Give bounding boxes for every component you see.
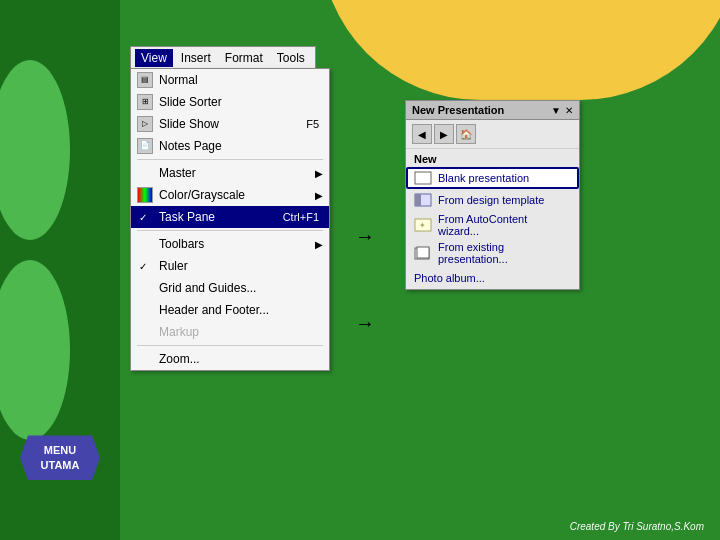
color-grayscale-arrow-icon: ▶ [315, 190, 323, 201]
panel-item-autocontent[interactable]: ✦ From AutoContent wizard... [406, 211, 579, 239]
autocontent-wizard-label: From AutoContent wizard... [438, 213, 571, 237]
normal-icon: ▤ [137, 72, 153, 88]
background-arc [320, 0, 720, 100]
menu-item-slide-sorter[interactable]: ⊞ Slide Sorter [131, 91, 329, 113]
panel-title: New Presentation [412, 104, 504, 116]
task-pane-check-icon: ✓ [139, 212, 147, 223]
menu-utama-badge[interactable]: MENU UTAMA [20, 435, 100, 480]
panel-close-icon[interactable]: ✕ [565, 105, 573, 116]
existing-presentation-label: From existing presentation... [438, 241, 571, 265]
menu-view[interactable]: View [135, 49, 173, 67]
toolbars-arrow-icon: ▶ [315, 239, 323, 250]
menu-item-markup: Markup [131, 321, 329, 343]
menu-item-color-grayscale[interactable]: Color/Grayscale ▶ [131, 184, 329, 206]
photo-album-label: Photo album... [414, 272, 485, 284]
menu-item-notes-page[interactable]: 📄 Notes Page [131, 135, 329, 157]
svg-text:✦: ✦ [419, 221, 426, 230]
menu-item-zoom[interactable]: Zoom... [131, 348, 329, 370]
panel-header: New Presentation ▼ ✕ [406, 101, 579, 120]
menubar-container: View Insert Format Tools ▤ Normal ⊞ Slid… [130, 46, 316, 69]
menu-insert[interactable]: Insert [175, 49, 217, 67]
blank-presentation-icon [414, 171, 432, 185]
panel-toolbar: ◀ ▶ 🏠 [406, 120, 579, 149]
menu-item-normal[interactable]: ▤ Normal [131, 69, 329, 91]
new-presentation-panel: New Presentation ▼ ✕ ◀ ▶ 🏠 New Blank pre… [405, 100, 580, 290]
menu-item-ruler[interactable]: ✓ Ruler [131, 255, 329, 277]
menu-item-slide-show[interactable]: ▷ Slide Show F5 [131, 113, 329, 135]
panel-controls: ▼ ✕ [551, 105, 573, 116]
design-template-icon [414, 193, 432, 207]
arrow-to-panel-2: → [355, 312, 375, 335]
view-dropdown-menu: ▤ Normal ⊞ Slide Sorter ▷ Slide Show F5 … [130, 68, 330, 371]
separator-3 [137, 345, 323, 346]
panel-section-new: New [406, 149, 579, 167]
panel-back-button[interactable]: ◀ [412, 124, 432, 144]
svg-rect-6 [417, 247, 429, 258]
arrow-to-panel: → [355, 225, 375, 248]
panel-item-photo-album[interactable]: Photo album... [406, 267, 579, 289]
blank-presentation-label: Blank presentation [438, 172, 529, 184]
master-arrow-icon: ▶ [315, 168, 323, 179]
menu-utama-line1: MENU [30, 443, 90, 457]
color-grayscale-icon [137, 187, 153, 203]
menu-item-master[interactable]: Master ▶ [131, 162, 329, 184]
menubar: View Insert Format Tools [130, 46, 316, 69]
slide-sorter-icon: ⊞ [137, 94, 153, 110]
existing-presentation-icon [414, 246, 432, 260]
ruler-check-icon: ✓ [139, 261, 147, 272]
notes-page-icon: 📄 [137, 138, 153, 154]
menu-format[interactable]: Format [219, 49, 269, 67]
panel-home-button[interactable]: 🏠 [456, 124, 476, 144]
separator-1 [137, 159, 323, 160]
design-template-label: From design template [438, 194, 544, 206]
slide-show-icon: ▷ [137, 116, 153, 132]
panel-dropdown-icon: ▼ [551, 105, 561, 116]
panel-item-blank[interactable]: Blank presentation [406, 167, 579, 189]
panel-item-design[interactable]: From design template [406, 189, 579, 211]
menu-item-header-footer[interactable]: Header and Footer... [131, 299, 329, 321]
menu-item-grid-guides[interactable]: Grid and Guides... [131, 277, 329, 299]
menu-item-task-pane[interactable]: ✓ Task Pane Ctrl+F1 [131, 206, 329, 228]
menu-tools[interactable]: Tools [271, 49, 311, 67]
footer-credit: Created By Tri Suratno,S.Kom [570, 521, 704, 532]
svg-rect-2 [415, 194, 421, 206]
autocontent-wizard-icon: ✦ [414, 218, 432, 232]
panel-item-existing[interactable]: From existing presentation... [406, 239, 579, 267]
menu-item-toolbars[interactable]: Toolbars ▶ [131, 233, 329, 255]
separator-2 [137, 230, 323, 231]
svg-rect-0 [415, 172, 431, 184]
panel-forward-button[interactable]: ▶ [434, 124, 454, 144]
menu-utama-line2: UTAMA [30, 458, 90, 472]
